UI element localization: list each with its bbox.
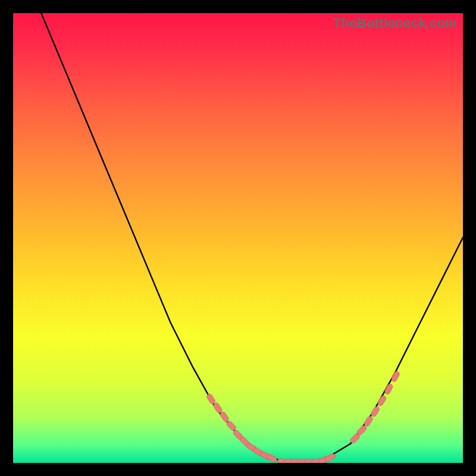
data-marker: [324, 453, 336, 462]
data-marker: [364, 415, 374, 427]
data-marker: [212, 402, 223, 414]
data-marker: [220, 411, 230, 423]
marker-cluster-flat: [277, 453, 336, 463]
plot-area: TheBottleneck.com: [13, 13, 463, 463]
bottleneck-curve: [13, 13, 463, 462]
data-marker: [370, 406, 380, 418]
marker-cluster-left: [206, 393, 278, 463]
data-marker: [390, 371, 400, 383]
data-marker: [206, 393, 216, 405]
marker-cluster-right: [349, 371, 400, 444]
chart-stage: TheBottleneck.com: [0, 0, 476, 476]
data-marker: [377, 394, 387, 406]
chart-overlay-svg: [13, 13, 463, 463]
